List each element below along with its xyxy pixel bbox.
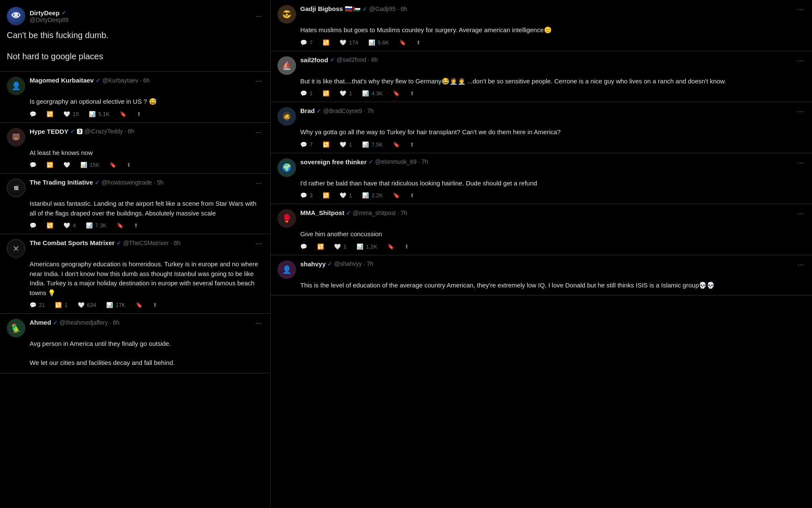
reply-gadji[interactable]: 💬 7 <box>300 39 313 46</box>
share-cs[interactable]: ⬆ <box>153 302 157 308</box>
like-sail2food[interactable]: 🤍 1 <box>340 90 352 97</box>
share-mma[interactable]: ⬆ <box>404 243 409 250</box>
views-tti[interactable]: 📊 7.3K <box>86 222 107 229</box>
username-magomed: Magomed Kurbaitaev <box>30 77 94 84</box>
reply-count-cs: 21 <box>39 302 45 308</box>
views-brad[interactable]: 📊 7.5K <box>362 141 383 148</box>
views-sail2food[interactable]: 📊 4.3K <box>362 90 383 97</box>
tweet-body-gadji: Hates muslims but goes to Muslims counte… <box>277 25 805 35</box>
share-sail2food[interactable]: ⬆ <box>410 90 414 97</box>
share-gadji[interactable]: ⬆ <box>416 39 421 46</box>
share-icon: ⬆ <box>137 111 141 117</box>
share-sovereign[interactable]: ⬆ <box>410 192 414 199</box>
retweet-gadji[interactable]: 🔁 <box>323 39 329 46</box>
left-column: 👁 DirtyDeep ✓ @DirtyDeep89 ··· Can't be … <box>0 0 271 508</box>
bookmark-tti[interactable]: 🔖 <box>117 222 123 229</box>
bookmark-gadji[interactable]: 🔖 <box>399 39 406 46</box>
retweet-mma[interactable]: 🔁 <box>317 243 324 250</box>
reply-mma[interactable]: 💬 <box>300 243 307 250</box>
retweet-hype[interactable]: 🔁 <box>47 162 53 168</box>
bookmark-action[interactable]: 🔖 <box>120 111 126 117</box>
more-combatsports[interactable]: ··· <box>254 239 263 248</box>
reply-sovereign[interactable]: 💬 3 <box>300 192 313 199</box>
like-icon-tti: 🤍 <box>63 222 70 229</box>
reply-icon-tti: 💬 <box>30 222 36 229</box>
like-gadji[interactable]: 🤍 174 <box>340 39 358 46</box>
views-hype[interactable]: 📊 15K <box>80 162 99 168</box>
share-icon-brad: ⬆ <box>410 141 414 148</box>
avatar-gadji: 😎 <box>277 5 296 24</box>
bookmark-mma[interactable]: 🔖 <box>387 243 394 250</box>
share-brad[interactable]: ⬆ <box>410 141 414 148</box>
views-gadji[interactable]: 📊 5.6K <box>368 39 389 46</box>
like-mma[interactable]: 🤍 1 <box>334 243 346 250</box>
like-hype[interactable]: 🤍 <box>63 162 70 168</box>
tweet-body-combatsports: Americans geography education is horrend… <box>7 260 263 298</box>
reply-icon: 💬 <box>30 111 36 117</box>
verified-tti: ✓ <box>95 179 100 186</box>
reply-brad[interactable]: 💬 7 <box>300 141 313 148</box>
like-count-brad: 1 <box>349 141 352 148</box>
views-mma[interactable]: 📊 1.2K <box>357 243 377 250</box>
reply-action[interactable]: 💬 <box>30 111 36 117</box>
views-action[interactable]: 📊 5.1K <box>89 111 110 117</box>
retweet-sail2food[interactable]: 🔁 <box>323 90 329 97</box>
views-count-tti: 7.3K <box>95 222 107 229</box>
handle-hype: @iCrazyTeddy · 8h <box>84 128 134 135</box>
reply-tti[interactable]: 💬 <box>30 222 36 229</box>
more-hype[interactable]: ··· <box>254 128 263 137</box>
share-action[interactable]: ⬆ <box>137 111 141 117</box>
retweet-sovereign[interactable]: 🔁 <box>323 192 329 199</box>
more-tti[interactable]: ··· <box>254 179 263 188</box>
like-combatsports[interactable]: 🤍 634 <box>78 302 96 308</box>
retweet-tti[interactable]: 🔁 <box>47 222 53 229</box>
retweet-icon-cs: 🔁 <box>55 302 62 308</box>
like-tti[interactable]: 🤍 4 <box>63 222 76 229</box>
retweet-combatsports[interactable]: 🔁 1 <box>55 302 67 308</box>
views-count-sail2food: 4.3K <box>371 90 383 97</box>
reply-combatsports[interactable]: 💬 21 <box>30 302 45 308</box>
avatar-dirtydeep: 👁 <box>7 7 25 25</box>
bookmark-sovereign[interactable]: 🔖 <box>393 192 400 199</box>
handle-magomed: @Kurbaytaev · 6h <box>102 77 150 84</box>
share-hype[interactable]: ⬆ <box>126 162 131 168</box>
verified-sovereign: ✓ <box>368 158 373 165</box>
more-ahmed[interactable]: ··· <box>254 319 263 328</box>
tweet-meta-gadji: Gadji Bigboss 🇷🇺🇵🇸 ✓ @Gadji95 · 6h <box>300 5 791 13</box>
verified-sail2food: ✓ <box>330 56 335 63</box>
more-brad[interactable]: ··· <box>796 107 805 116</box>
tweet-actions-combatsports: 💬 21 🔁 1 🤍 634 📊 17K 🔖 ⬆ <box>7 302 263 308</box>
more-mma[interactable]: ··· <box>796 209 805 218</box>
views-combatsports[interactable]: 📊 17K <box>106 302 125 308</box>
bookmark-brad[interactable]: 🔖 <box>393 141 400 148</box>
more-sovereign[interactable]: ··· <box>796 158 805 167</box>
avatar-ahmed: 🦜 <box>7 319 25 337</box>
like-sovereign[interactable]: 🤍 1 <box>340 192 352 199</box>
retweet-action[interactable]: 🔁 <box>47 111 53 117</box>
tweet-body-sail2food: But it is like that....that's why they f… <box>277 77 805 86</box>
more-gadji[interactable]: ··· <box>796 5 805 14</box>
bookmark-cs[interactable]: 🔖 <box>136 302 143 308</box>
right-column: 😎 Gadji Bigboss 🇷🇺🇵🇸 ✓ @Gadji95 · 6h ···… <box>271 0 812 508</box>
more-sail2food[interactable]: ··· <box>796 56 805 65</box>
retweet-icon-sovereign: 🔁 <box>323 192 329 199</box>
tweet-meta-shahvyy: shahvyy ✓ @shahvyy · 7h <box>300 260 791 268</box>
retweet-brad[interactable]: 🔁 <box>323 141 329 148</box>
tweet-body-sovereign: I'd rather be bald than have that ridicu… <box>277 179 805 188</box>
tweet-meta-ahmed: Ahmed ✓ @theahmedjaffery · 6h <box>30 319 250 326</box>
more-button[interactable]: ··· <box>254 12 263 21</box>
bookmark-sail2food[interactable]: 🔖 <box>393 90 400 97</box>
more-shahvyy[interactable]: ··· <box>796 260 805 269</box>
share-tti[interactable]: ⬆ <box>134 222 138 229</box>
like-icon-sovereign: 🤍 <box>340 192 346 199</box>
views-sovereign[interactable]: 📊 2.2K <box>362 192 383 199</box>
like-action[interactable]: 🤍 15 <box>63 111 79 117</box>
bookmark-icon-tti: 🔖 <box>117 222 123 229</box>
reply-hype[interactable]: 💬 <box>30 162 36 168</box>
reply-sail2food[interactable]: 💬 1 <box>300 90 313 97</box>
handle-brad: @BradCoyne9 · 7h <box>323 108 373 114</box>
like-brad[interactable]: 🤍 1 <box>340 141 352 148</box>
share-icon-sail2food: ⬆ <box>410 90 414 97</box>
more-magomed[interactable]: ··· <box>254 77 263 86</box>
bookmark-hype[interactable]: 🔖 <box>110 162 116 168</box>
